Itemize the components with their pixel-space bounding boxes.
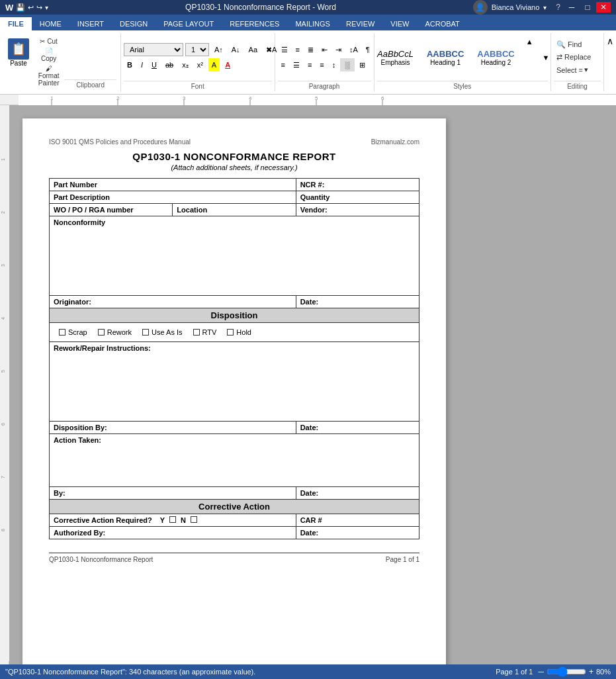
footer-left: QP1030-1 Nonconformance Report bbox=[49, 556, 153, 563]
align-right-button[interactable]: ≡ bbox=[304, 58, 315, 71]
no-checkbox[interactable] bbox=[191, 516, 197, 523]
find-button[interactable]: 🔍 Find bbox=[554, 39, 584, 50]
tab-insert[interactable]: INSERT bbox=[69, 17, 112, 30]
font-grow-button[interactable]: A↑ bbox=[211, 43, 226, 56]
tab-design[interactable]: DESIGN bbox=[112, 17, 155, 30]
rework-checkbox[interactable] bbox=[98, 329, 105, 336]
scrap-checkbox[interactable] bbox=[59, 329, 66, 336]
font-size-select[interactable]: 12 bbox=[185, 43, 209, 56]
table-row-rework: Rework/Repair Instructions: bbox=[50, 342, 419, 422]
table-row-disposition-checks: Scrap Rework Use As Is bbox=[50, 323, 419, 342]
align-left-button[interactable]: ≡ bbox=[278, 58, 288, 71]
svg-rect-13 bbox=[0, 105, 9, 661]
svg-text:7: 7 bbox=[1, 476, 5, 478]
rtv-checkbox[interactable] bbox=[193, 329, 200, 336]
by-label: By: bbox=[50, 487, 296, 500]
document-page: ISO 9001 QMS Policies and Procedures Man… bbox=[22, 118, 446, 679]
table-row-disposition-by: Disposition By: Date: bbox=[50, 422, 419, 434]
svg-text:4: 4 bbox=[1, 317, 5, 320]
strikethrough-button[interactable]: ab bbox=[162, 58, 177, 71]
para-row2: ≡ ☰ ≡ ≡ ↕ ░ ⊞ bbox=[278, 58, 369, 71]
corrective-action-header: Corrective Action bbox=[50, 500, 419, 514]
border-button[interactable]: ⊞ bbox=[356, 58, 369, 71]
part-desc-label: Part Description bbox=[50, 191, 296, 204]
check-rtv: RTV bbox=[193, 328, 217, 336]
paste-button[interactable]: 📋 Paste bbox=[4, 36, 33, 69]
main-area: 1 2 3 4 5 6 7 8 ISO 9001 QMS Policies an… bbox=[0, 105, 616, 679]
copy-button[interactable]: 📄 Copy bbox=[36, 47, 62, 63]
zoom-out-button[interactable]: ─ bbox=[538, 667, 544, 676]
ncr-label: NCR #: bbox=[296, 179, 419, 191]
style-heading2[interactable]: AABBCC Heading 2 bbox=[472, 48, 519, 68]
ribbon-content: 📋 Paste ✂ Cut 📄 Copy 🖌 Format Painter Cl… bbox=[0, 30, 616, 95]
subscript-button[interactable]: x₂ bbox=[179, 58, 192, 71]
sort-button[interactable]: ↕A bbox=[346, 43, 361, 56]
zoom-slider[interactable] bbox=[547, 666, 586, 677]
help-icon[interactable]: ? bbox=[553, 3, 563, 12]
word-logo-icon: W bbox=[5, 3, 13, 13]
styles-label: Styles bbox=[377, 81, 548, 90]
style-emphasis[interactable]: AaBbCcL Emphasis bbox=[372, 48, 419, 68]
yes-checkbox[interactable] bbox=[169, 516, 176, 523]
editing-controls: 🔍 Find ⇄ Replace Select = ▾ bbox=[554, 35, 601, 79]
quick-access-undo[interactable]: ↩ bbox=[28, 3, 34, 12]
replace-button[interactable]: ⇄ Replace bbox=[554, 52, 594, 63]
justify-button[interactable]: ≡ bbox=[316, 58, 327, 71]
numbering-button[interactable]: ≡ bbox=[292, 43, 303, 56]
font-name-select[interactable]: Arial bbox=[124, 43, 183, 56]
change-case-button[interactable]: Aa bbox=[245, 43, 261, 56]
tab-page-layout[interactable]: PAGE LAYOUT bbox=[155, 17, 222, 30]
quick-access-save[interactable]: 💾 bbox=[16, 3, 25, 12]
bold-button[interactable]: B bbox=[124, 58, 136, 71]
hold-checkbox[interactable] bbox=[227, 329, 234, 336]
svg-text:6: 6 bbox=[1, 423, 5, 426]
table-row-originator: Originator: Date: bbox=[50, 296, 419, 308]
increase-indent-button[interactable]: ⇥ bbox=[332, 43, 345, 56]
quick-access-more[interactable]: ▾ bbox=[45, 4, 48, 11]
font-color-button[interactable]: A bbox=[222, 58, 234, 71]
wo-label: WO / PO / RGA number bbox=[50, 204, 173, 216]
svg-text:3: 3 bbox=[1, 264, 5, 267]
styles-scroll-up[interactable]: ▲ bbox=[523, 35, 537, 48]
location-label: Location bbox=[173, 204, 296, 216]
zoom-control: ─ + 80% bbox=[538, 666, 611, 677]
font-row2: B I U ab x₂ x² A A bbox=[124, 58, 234, 71]
tab-file[interactable]: FILE bbox=[0, 17, 32, 30]
text-highlight-button[interactable]: A bbox=[208, 58, 220, 71]
use-as-is-checkbox[interactable] bbox=[142, 329, 149, 336]
footer-right: Page 1 of 1 bbox=[386, 556, 419, 563]
multilevel-list-button[interactable]: ≣ bbox=[304, 43, 317, 56]
maximize-button[interactable]: □ bbox=[580, 2, 595, 13]
close-button[interactable]: ✕ bbox=[596, 2, 611, 13]
user-area[interactable]: 👤 Bianca Viviano ▾ bbox=[473, 0, 547, 15]
corrective-required-cell: Corrective Action Required? Y N bbox=[50, 514, 296, 527]
collapse-ribbon-button[interactable]: ∧ bbox=[607, 36, 613, 46]
decrease-indent-button[interactable]: ⇤ bbox=[318, 43, 331, 56]
status-right: Page 1 of 1 ─ + 80% bbox=[496, 666, 611, 677]
user-dropdown-icon[interactable]: ▾ bbox=[543, 4, 547, 11]
style-heading1[interactable]: AABBCC Heading 1 bbox=[421, 48, 469, 68]
tab-mailings[interactable]: MAILINGS bbox=[287, 17, 338, 30]
originator-date-label: Date: bbox=[296, 296, 419, 308]
quick-access-redo[interactable]: ↪ bbox=[36, 3, 42, 12]
minimize-button[interactable]: ─ bbox=[564, 2, 579, 13]
cut-button[interactable]: ✂ Cut bbox=[36, 37, 62, 46]
style-heading1-name: Heading 1 bbox=[430, 59, 461, 66]
italic-button[interactable]: I bbox=[138, 58, 146, 71]
tab-references[interactable]: REFERENCES bbox=[222, 17, 287, 30]
font-shrink-button[interactable]: A↓ bbox=[228, 43, 243, 56]
superscript-button[interactable]: x² bbox=[194, 58, 206, 71]
zoom-in-button[interactable]: + bbox=[589, 667, 594, 676]
line-spacing-button[interactable]: ↕ bbox=[329, 58, 339, 71]
select-button[interactable]: Select = ▾ bbox=[554, 64, 591, 75]
tab-home[interactable]: HOME bbox=[32, 17, 69, 30]
tab-acrobat[interactable]: ACROBAT bbox=[417, 17, 467, 30]
tab-view[interactable]: VIEW bbox=[382, 17, 417, 30]
tab-review[interactable]: REVIEW bbox=[338, 17, 382, 30]
bullets-button[interactable]: ☰ bbox=[278, 43, 291, 56]
align-center-button[interactable]: ☰ bbox=[290, 58, 303, 71]
underline-button[interactable]: U bbox=[148, 58, 160, 71]
shading-button[interactable]: ░ bbox=[340, 58, 355, 71]
zoom-level: 80% bbox=[596, 668, 611, 676]
format-painter-button[interactable]: 🖌 Format Painter bbox=[36, 64, 62, 87]
